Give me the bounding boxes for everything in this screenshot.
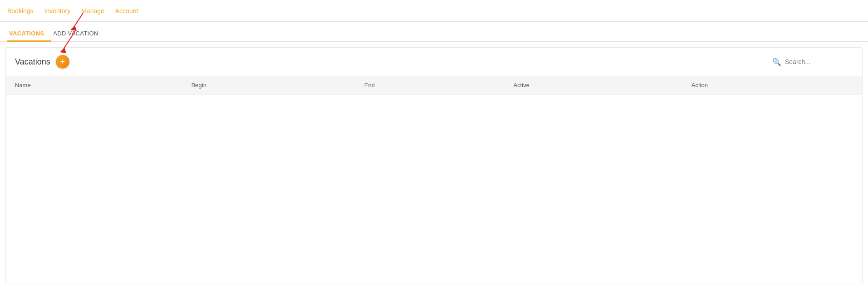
tab-vacations[interactable]: VACATIONS xyxy=(7,30,51,42)
col-header-name: Name xyxy=(6,76,182,94)
tab-add-vacation[interactable]: ADD VACATION xyxy=(51,30,105,42)
content-header: Vacations + 🔍 xyxy=(6,48,862,76)
nav-item-account[interactable]: Account xyxy=(115,5,138,16)
search-area: 🔍 xyxy=(772,58,853,66)
top-navigation: Bookings Inventory Manage Account xyxy=(0,0,868,22)
col-header-begin: Begin xyxy=(182,76,355,94)
svg-marker-3 xyxy=(60,48,66,53)
add-vacation-button[interactable]: + xyxy=(56,55,69,69)
search-icon: 🔍 xyxy=(772,58,781,66)
nav-item-inventory[interactable]: Inventory xyxy=(44,5,71,16)
table-header: Name Begin End Active Action xyxy=(6,76,862,94)
nav-item-manage[interactable]: Manage xyxy=(81,5,104,16)
nav-item-bookings[interactable]: Bookings xyxy=(7,5,34,16)
main-content: Vacations + 🔍 Name Begin End Active A xyxy=(5,47,863,283)
tabs-bar: VACATIONS ADD VACATION xyxy=(0,22,868,42)
col-header-active: Active xyxy=(504,76,682,94)
search-input[interactable] xyxy=(785,58,853,65)
col-header-action: Action xyxy=(682,76,862,94)
page-title: Vacations xyxy=(15,57,50,67)
vacations-table: Name Begin End Active Action xyxy=(6,76,862,94)
col-header-end: End xyxy=(355,76,505,94)
content-title-area: Vacations + xyxy=(15,55,69,69)
